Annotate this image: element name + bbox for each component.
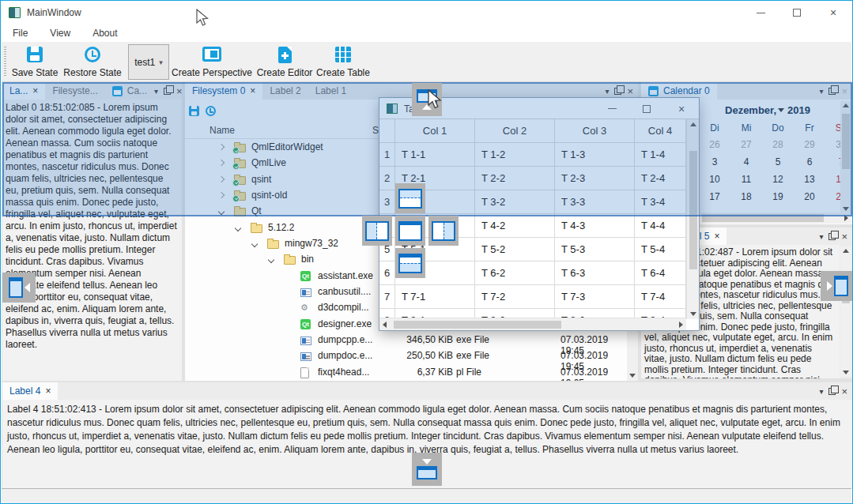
dock-indicator-area-left[interactable] <box>362 216 392 246</box>
title-bar[interactable]: MainWindow × <box>2 1 851 24</box>
tab-filesystem0[interactable]: Filesystem 0 × <box>185 82 262 100</box>
dock-indicator-area-bottom[interactable] <box>395 248 425 278</box>
table-row-header[interactable]: 2 <box>379 167 395 190</box>
dock-indicator-top-edge[interactable] <box>412 83 442 116</box>
expander-expanded-icon[interactable] <box>219 209 225 215</box>
table-row-header[interactable]: 1 <box>379 143 395 167</box>
dock-indicator-area-center[interactable] <box>395 216 425 246</box>
scroll-up-icon[interactable] <box>843 103 849 107</box>
tree-row[interactable]: dumpcpp.e...346,50 KiBexe File07.03.2019… <box>185 332 627 348</box>
calendar-day[interactable]: 12 <box>762 171 794 188</box>
scroll-right-icon[interactable] <box>679 322 683 328</box>
tab-close-icon[interactable]: × <box>32 85 38 96</box>
table-cell[interactable]: T 5-4 <box>635 238 686 261</box>
calendar-day[interactable]: 19 <box>762 188 794 205</box>
table-cell[interactable]: T 5-3 <box>555 238 635 261</box>
scroll-right-icon[interactable] <box>844 215 848 221</box>
table-row-header[interactable]: 7 <box>379 285 395 309</box>
scroll-up-icon[interactable] <box>690 122 696 126</box>
table-cell[interactable]: T 4-4 <box>635 214 686 238</box>
create-editor-button[interactable]: Create Editor <box>256 44 313 80</box>
perspective-combobox[interactable]: test1 ▾ <box>128 44 169 80</box>
tab-close-icon[interactable]: × <box>714 231 719 242</box>
table-cell[interactable]: T 6-3 <box>555 261 635 285</box>
calendar-day[interactable]: 5 <box>762 153 794 171</box>
float-icon[interactable] <box>828 233 836 240</box>
tab-label1[interactable]: Label 1 <box>308 82 353 100</box>
calendar-day[interactable]: 27 <box>730 136 762 153</box>
tab-menu-icon[interactable]: ▾ <box>819 387 823 396</box>
menu-view[interactable]: View <box>39 28 81 39</box>
float-icon[interactable] <box>164 88 171 95</box>
tab-filesystem-alt[interactable]: Filesyste... <box>45 82 104 100</box>
expander-collapsed-icon[interactable] <box>219 177 225 183</box>
scroll-up-icon[interactable] <box>843 249 849 253</box>
table-row-header[interactable]: 6 <box>379 261 395 285</box>
calendar-day[interactable]: 18 <box>730 188 762 205</box>
restore-state-button[interactable]: Restore State <box>63 44 122 80</box>
menu-file[interactable]: File <box>2 28 39 39</box>
scroll-down-icon[interactable] <box>690 312 696 316</box>
toolbar-grip[interactable] <box>4 47 6 77</box>
table-cell[interactable]: T 4-2 <box>475 214 555 238</box>
tab-menu-icon[interactable]: ▾ <box>605 87 609 96</box>
minimize-button[interactable] <box>742 1 779 24</box>
expander-expanded-icon[interactable] <box>269 257 275 263</box>
calendar-day[interactable]: 10 <box>699 171 730 188</box>
dock-indicator-left-edge[interactable] <box>2 273 36 303</box>
expander-collapsed-icon[interactable] <box>219 145 225 151</box>
panel-close-icon[interactable]: × <box>176 86 183 96</box>
table-column-header[interactable]: Col 1 <box>395 119 475 143</box>
tab-label0[interactable]: La... × <box>2 82 45 100</box>
calendar-day[interactable]: 17 <box>699 188 730 205</box>
save-icon[interactable] <box>189 106 199 116</box>
name-column-header[interactable]: Name <box>209 125 235 136</box>
close-button[interactable]: × <box>664 98 699 119</box>
tab-calendar-alt[interactable]: Ca... <box>105 82 154 100</box>
calendar-day[interactable]: 13 <box>794 171 825 188</box>
tab-label4[interactable]: Label 4 × <box>2 382 58 400</box>
expander-expanded-icon[interactable] <box>252 241 259 247</box>
maximize-button[interactable] <box>779 1 815 24</box>
scroll-down-icon[interactable] <box>843 207 849 211</box>
scroll-thumb[interactable] <box>394 321 561 329</box>
scroll-thumb[interactable] <box>842 114 850 169</box>
table-cell[interactable]: T 5-2 <box>475 238 555 261</box>
calendar-day[interactable]: 6 <box>794 153 825 171</box>
table-column-header[interactable]: Col 3 <box>555 119 635 143</box>
calendar-day[interactable]: 28 <box>762 136 794 153</box>
table-column-header[interactable]: Col 2 <box>475 119 555 143</box>
panel-close-icon[interactable]: × <box>627 86 633 96</box>
label5-vscrollbar[interactable] <box>840 246 851 377</box>
restore-icon[interactable] <box>206 106 216 116</box>
panel-close-icon[interactable]: × <box>841 386 847 397</box>
save-state-button[interactable]: Save State <box>9 44 60 80</box>
table-cell[interactable]: T 7-3 <box>555 285 635 309</box>
tab-menu-icon[interactable]: ▾ <box>819 87 823 96</box>
table-hscrollbar[interactable] <box>379 318 686 330</box>
table-column-header[interactable]: Col 4 <box>635 119 686 143</box>
calendar-vscrollbar[interactable] <box>840 101 851 213</box>
panel-close-icon[interactable]: × <box>841 231 847 242</box>
tree-row[interactable]: fixqt4head...6,37 KiBpl File07.03.2019 1… <box>185 364 627 380</box>
month-label[interactable]: Dezember, <box>725 104 776 116</box>
expander-expanded-icon[interactable] <box>236 225 242 231</box>
minimize-button[interactable] <box>594 98 629 119</box>
calendar-day[interactable]: 29 <box>794 136 825 153</box>
scroll-down-icon[interactable] <box>629 374 636 378</box>
calendar-day[interactable]: 4 <box>730 153 762 171</box>
menu-about[interactable]: About <box>81 28 128 39</box>
tab-label2[interactable]: Label 2 <box>262 82 308 100</box>
tab-menu-icon[interactable]: ▾ <box>819 232 823 241</box>
table-cell[interactable]: T 3-4 <box>635 190 686 214</box>
table-cell[interactable]: T 1-4 <box>635 143 686 167</box>
table-cell[interactable]: T 4-3 <box>555 214 635 238</box>
table-cell[interactable]: T 3-3 <box>555 190 635 214</box>
year-label[interactable]: 2019 <box>787 104 810 116</box>
dock-indicator-area-top[interactable] <box>395 183 425 213</box>
table-cell[interactable]: T 7-1 <box>395 285 475 309</box>
table-cell[interactable]: T 7-2 <box>475 285 555 309</box>
close-button[interactable]: × <box>815 1 851 24</box>
table-cell[interactable]: T 2-2 <box>475 167 555 190</box>
table-cell[interactable]: T 1-1 <box>395 143 475 167</box>
